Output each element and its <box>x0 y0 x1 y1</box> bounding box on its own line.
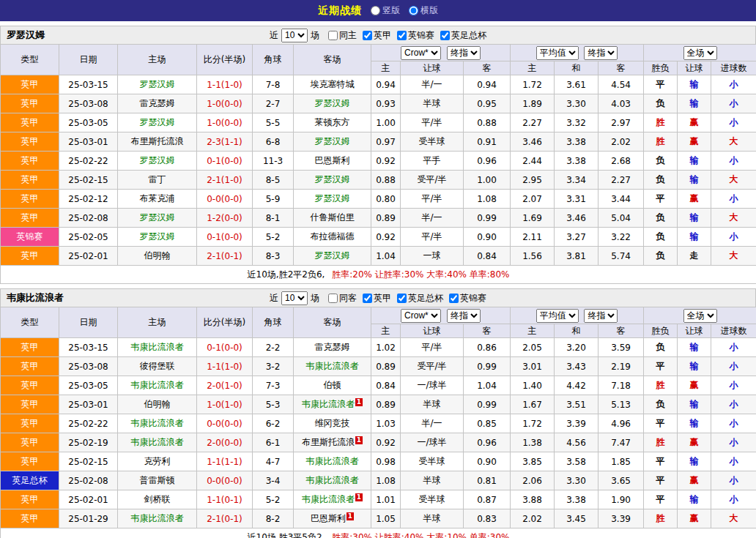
home-team-cell: 韦康比流浪者 <box>118 376 197 395</box>
horizontal-radio-input[interactable] <box>409 6 418 15</box>
result-wdl-cell: 负 <box>644 247 678 266</box>
home-odds-cell: 0.97 <box>371 132 401 152</box>
avg-away-cell: 3.39 <box>598 509 644 528</box>
avg-draw-cell: 3.51 <box>555 395 598 414</box>
sub-col-away-odds: 客 <box>464 324 511 338</box>
match-date: 25-03-01 <box>59 132 118 152</box>
filter-checkbox[interactable]: 英甲 <box>363 29 391 42</box>
handicap-cell: 受半球 <box>401 452 464 471</box>
score-cell: 2-3(1-1) <box>197 132 253 152</box>
result-wdl-cell: 负 <box>644 152 678 171</box>
filter-checkbox-label: 英锦赛 <box>460 292 486 305</box>
filter-checkbox-input[interactable] <box>397 31 407 40</box>
avg-draw-cell: 3.30 <box>555 94 598 113</box>
corners-cell: 5-9 <box>253 190 294 209</box>
filter-checkbox-input[interactable] <box>440 31 450 40</box>
team-link: 韦康比流浪者 <box>306 361 359 371</box>
handicap-cell: 一/球半 <box>401 433 464 452</box>
home-team-cell: 韦康比流浪者 <box>118 433 197 452</box>
home-odds-cell: 1.05 <box>371 509 401 528</box>
filter-checkbox-label: 英锦赛 <box>408 29 434 42</box>
handicap-cell: 受半球 <box>401 132 464 152</box>
horizontal-layout-radio[interactable]: 横版 <box>409 4 438 17</box>
handicap-time-select[interactable]: 终指 <box>447 46 481 60</box>
vertical-layout-radio[interactable]: 竖版 <box>371 4 400 17</box>
team-link: 罗瑟汉姆 <box>140 117 175 127</box>
avg-home-cell: 2.05 <box>511 338 555 357</box>
average-time-select[interactable]: 终指 <box>584 309 618 323</box>
league-badge: 英甲 <box>1 433 59 452</box>
fulltime-select[interactable]: 全场 <box>683 309 717 323</box>
match-row: 英甲25-03-15罗瑟汉姆1-1(1-0)7-8埃克塞特城0.94半/一0.9… <box>1 75 756 94</box>
col-corners: 角球 <box>253 307 294 338</box>
handicap-cell: 平/半 <box>401 113 464 132</box>
handicap-time-select[interactable]: 终指 <box>447 309 481 323</box>
average-select[interactable]: 平均值 <box>536 309 579 323</box>
sub-col-wdl: 胜负 <box>644 324 678 338</box>
match-row: 英甲25-03-08彼得堡联1-1(1-0)3-2韦康比流浪者0.89受平/半0… <box>1 357 756 376</box>
result-wdl-cell: 平 <box>644 357 678 376</box>
away-team-cell: 维冈竞技 <box>294 414 371 433</box>
filter-checkbox[interactable]: 同客 <box>328 292 357 305</box>
match-count-select[interactable]: 10 <box>281 291 308 305</box>
league-badge: 英甲 <box>1 452 59 471</box>
home-team-cell: 韦康比流浪者 <box>118 338 197 357</box>
home-team-cell: 罗瑟汉姆 <box>118 113 197 132</box>
handicap-cell: 半/一 <box>401 414 464 433</box>
avg-draw-cell: 3.30 <box>555 471 598 490</box>
filter-checkbox-input[interactable] <box>328 294 338 303</box>
corners-cell: 4-7 <box>253 452 294 471</box>
filter-checkbox-input[interactable] <box>449 294 459 303</box>
match-date: 25-02-22 <box>59 414 118 433</box>
result-goals-cell: 小 <box>711 471 756 490</box>
vertical-radio-input[interactable] <box>371 6 380 15</box>
result-goals-cell: 小 <box>711 414 756 433</box>
result-wdl-cell: 平 <box>644 414 678 433</box>
match-date: 25-03-01 <box>59 395 118 414</box>
away-team-cell: 伯顿 <box>294 376 371 395</box>
league-badge: 英甲 <box>1 152 59 171</box>
corners-cell: 5-2 <box>253 228 294 247</box>
home-odds-cell: 1.03 <box>371 414 401 433</box>
filter-checkbox-input[interactable] <box>363 31 372 40</box>
filter-checkbox[interactable]: 英足总杯 <box>440 29 486 42</box>
home-team-cell: 罗瑟汉姆 <box>118 228 197 247</box>
bookmaker-select[interactable]: Crow* <box>401 46 441 60</box>
match-date: 25-02-15 <box>59 171 118 190</box>
result-handicap-cell: 输 <box>678 209 711 228</box>
avg-away-cell: 5.13 <box>598 395 644 414</box>
average-select[interactable]: 平均值 <box>536 46 579 60</box>
filter-checkbox-input[interactable] <box>397 294 407 303</box>
avg-home-cell: 2.11 <box>511 228 555 247</box>
bookmaker-select[interactable]: Crow* <box>401 309 441 323</box>
match-date: 25-01-29 <box>59 509 118 528</box>
filter-checkbox[interactable]: 英锦赛 <box>397 29 434 42</box>
team-link: 韦康比流浪者 <box>131 437 184 447</box>
home-odds-cell: 0.93 <box>371 94 401 113</box>
col-score: 比分(半场) <box>197 307 253 338</box>
away-odds-cell: 1.04 <box>464 376 511 395</box>
avg-away-cell: 5.74 <box>598 247 644 266</box>
avg-away-cell: 3.44 <box>598 190 644 209</box>
result-wdl-cell: 胜 <box>644 376 678 395</box>
filter-checkbox[interactable]: 英甲 <box>363 292 391 305</box>
fulltime-select[interactable]: 全场 <box>683 46 717 60</box>
sub-col-avg-away: 客 <box>598 61 644 75</box>
result-group: 全场 <box>644 45 756 61</box>
score-cell: 0-1(0-0) <box>197 152 253 171</box>
score-cell: 1-1(1-0) <box>197 75 253 94</box>
filter-checkbox[interactable]: 英锦赛 <box>449 292 486 305</box>
filter-checkbox[interactable]: 同主 <box>328 29 357 42</box>
average-time-select[interactable]: 终指 <box>584 46 618 60</box>
team-link: 克劳利 <box>144 456 171 466</box>
filter-checkbox-input[interactable] <box>328 31 338 40</box>
away-team-cell: 韦康比流浪者 <box>294 357 371 376</box>
result-handicap-cell: 输 <box>678 338 711 357</box>
team-section-2: 韦康比流浪者 近 10 场 同客英甲英足总杯英锦赛 类型 日期 主场 比分(半场… <box>0 288 756 538</box>
team-link: 剑桥联 <box>144 494 171 504</box>
away-odds-cell: 0.90 <box>464 452 511 471</box>
section-header: 韦康比流浪者 近 10 场 同客英甲英足总杯英锦赛 <box>0 288 756 307</box>
match-count-select[interactable]: 10 <box>281 29 308 42</box>
filter-checkbox[interactable]: 英足总杯 <box>397 292 443 305</box>
filter-checkbox-input[interactable] <box>363 294 372 303</box>
